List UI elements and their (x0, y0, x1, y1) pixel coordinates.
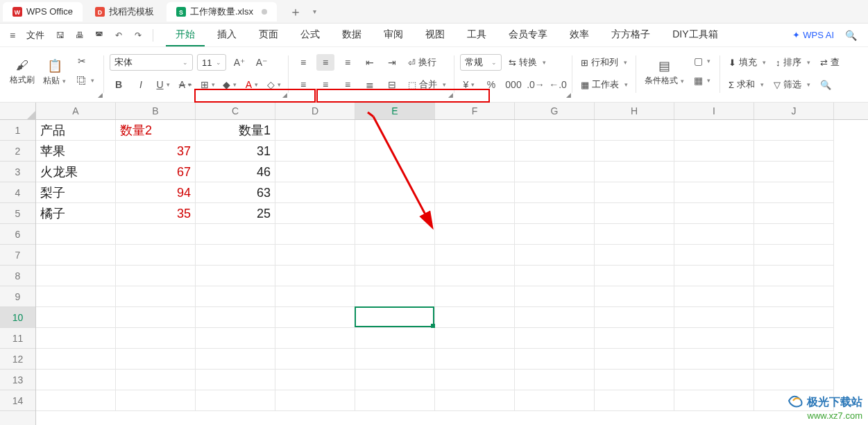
cell-E2[interactable] (355, 141, 435, 162)
cell-B7[interactable] (116, 245, 196, 266)
cell-D13[interactable] (275, 370, 355, 390)
cell-I6[interactable] (674, 224, 754, 245)
col-header-I[interactable]: I (674, 103, 754, 119)
cell-D12[interactable] (275, 349, 355, 370)
cell-F3[interactable] (435, 162, 515, 182)
cell-F8[interactable] (435, 266, 515, 286)
cell-F2[interactable] (435, 141, 515, 162)
cell-E7[interactable] (355, 245, 435, 266)
col-header-C[interactable]: C (196, 103, 275, 119)
cell-E9[interactable] (355, 286, 435, 307)
cell-I2[interactable] (674, 141, 754, 162)
row-header-13[interactable]: 13 (0, 370, 35, 390)
redo-icon[interactable]: ↷ (129, 26, 147, 44)
cell-I10[interactable] (674, 307, 754, 328)
cell-G9[interactable] (515, 286, 595, 307)
replace-button[interactable]: ⇄ 查 (817, 54, 842, 71)
cell-J8[interactable] (754, 266, 834, 286)
cell-A13[interactable] (36, 370, 116, 390)
cell-I11[interactable] (674, 328, 754, 349)
cell-H7[interactable] (595, 245, 674, 266)
cell-F10[interactable] (435, 307, 515, 328)
cell-H13[interactable] (595, 370, 674, 390)
cell-C12[interactable] (196, 349, 275, 370)
cell-B14[interactable] (116, 390, 196, 411)
font-increase-icon[interactable]: A⁺ (230, 54, 248, 71)
col-header-B[interactable]: B (116, 103, 196, 119)
cell-H5[interactable] (595, 203, 674, 224)
cell-G2[interactable] (515, 141, 595, 162)
cell-I12[interactable] (674, 349, 754, 370)
cell-B4[interactable]: 94 (116, 182, 196, 203)
cell-F14[interactable] (435, 390, 515, 411)
cell-G12[interactable] (515, 349, 595, 370)
cell-E14[interactable] (355, 390, 435, 411)
new-tab-button[interactable]: ＋ (284, 3, 307, 20)
row-header-2[interactable]: 2 (0, 141, 35, 162)
cell-I7[interactable] (674, 245, 754, 266)
cell-J11[interactable] (754, 328, 834, 349)
tab-efficiency[interactable]: 效率 (560, 24, 599, 46)
cell-F1[interactable] (435, 120, 515, 141)
indent-increase-icon[interactable]: ⇥ (383, 54, 401, 71)
cell-C4[interactable]: 63 (196, 182, 275, 203)
cell-C7[interactable] (196, 245, 275, 266)
row-header-10[interactable]: 10 (0, 307, 35, 328)
select-all-corner[interactable] (0, 103, 36, 120)
cell-J9[interactable] (754, 286, 834, 307)
cell-G14[interactable] (515, 390, 595, 411)
row-header-3[interactable]: 3 (0, 162, 35, 182)
cell-F7[interactable] (435, 245, 515, 266)
cell-D5[interactable] (275, 203, 355, 224)
format-brush-button[interactable]: 🖌 格式刷 (7, 53, 37, 92)
cell-H1[interactable] (595, 120, 674, 141)
row-header-1[interactable]: 1 (0, 120, 35, 141)
cell-C9[interactable] (196, 286, 275, 307)
cell-B3[interactable]: 67 (116, 162, 196, 182)
cell-F4[interactable] (435, 182, 515, 203)
align-top-icon[interactable]: ≡ (294, 54, 312, 71)
cell-J12[interactable] (754, 349, 834, 370)
cell-B8[interactable] (116, 266, 196, 286)
cell-F9[interactable] (435, 286, 515, 307)
col-header-A[interactable]: A (36, 103, 116, 119)
cell-B5[interactable]: 35 (116, 203, 196, 224)
cell-G11[interactable] (515, 328, 595, 349)
cell-grid[interactable]: 产品数量2数量1苹果3731火龙果6746梨子9463橘子3525 (36, 120, 868, 425)
cell-A4[interactable]: 梨子 (36, 182, 116, 203)
cond-format-button[interactable]: ▤ 条件格式▾ (642, 53, 687, 92)
font-size-combo[interactable]: 11⌄ (197, 54, 226, 71)
bold-icon[interactable]: B (110, 76, 128, 93)
cell-D10[interactable] (275, 307, 355, 328)
align-middle-icon[interactable]: ≡ (316, 54, 334, 71)
align-bottom-icon[interactable]: ≡ (339, 54, 357, 71)
cell-A14[interactable] (36, 390, 116, 411)
col-header-D[interactable]: D (275, 103, 355, 119)
sum-button[interactable]: Σ 求和▾ (726, 76, 767, 93)
search-icon[interactable]: 🔍 (840, 27, 862, 44)
cell-B9[interactable] (116, 286, 196, 307)
cell-G1[interactable] (515, 120, 595, 141)
cell-D3[interactable] (275, 162, 355, 182)
cell-A5[interactable]: 橘子 (36, 203, 116, 224)
cell-B6[interactable] (116, 224, 196, 245)
worksheet-button[interactable]: ▦ 工作表▾ (578, 76, 631, 93)
cell-J14[interactable] (754, 390, 834, 411)
row-header-8[interactable]: 8 (0, 266, 35, 286)
print-icon[interactable]: 🖶 (71, 26, 89, 44)
cell-I8[interactable] (674, 266, 754, 286)
cell-A3[interactable]: 火龙果 (36, 162, 116, 182)
copy-icon[interactable]: ⿻▾ (73, 72, 99, 89)
cell-A11[interactable] (36, 328, 116, 349)
cell-A6[interactable] (36, 224, 116, 245)
tab-formula[interactable]: 公式 (291, 24, 330, 46)
cell-I5[interactable] (674, 203, 754, 224)
font-decrease-icon[interactable]: A⁻ (253, 54, 271, 71)
tab-page[interactable]: 页面 (249, 24, 288, 46)
row-header-14[interactable]: 14 (0, 390, 35, 411)
tab-start[interactable]: 开始 (166, 24, 205, 46)
tab-diy[interactable]: DIY工具箱 (663, 24, 727, 46)
cell-A8[interactable] (36, 266, 116, 286)
cell-A12[interactable] (36, 349, 116, 370)
cell-C10[interactable] (196, 307, 275, 328)
